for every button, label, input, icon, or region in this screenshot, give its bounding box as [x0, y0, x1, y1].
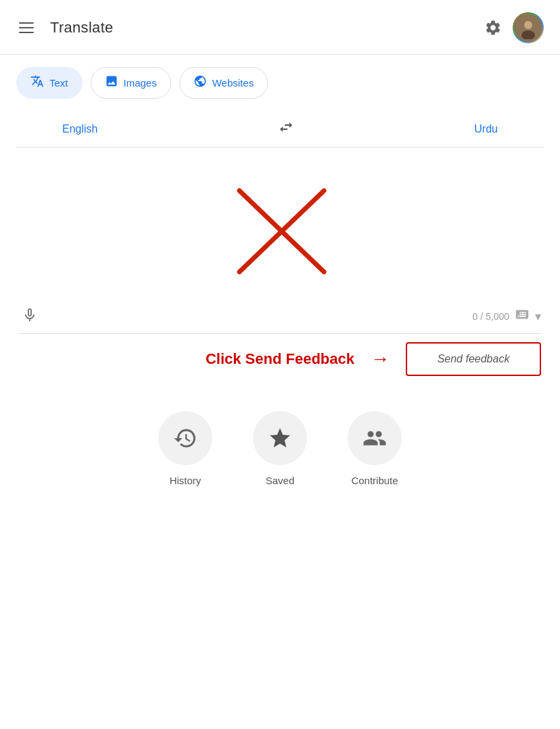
history-item[interactable]: History	[158, 411, 212, 486]
tabs-row: Text Images Websites	[0, 55, 560, 111]
keyboard-icon[interactable]	[515, 307, 530, 325]
svg-point-0	[524, 21, 532, 29]
app-header: Translate	[0, 0, 560, 54]
tab-images-label: Images	[124, 77, 157, 89]
target-language-button[interactable]: Urdu	[469, 120, 503, 138]
history-label: History	[170, 475, 202, 486]
input-area	[0, 147, 560, 299]
tab-websites-label: Websites	[212, 77, 254, 89]
header-left: Translate	[16, 19, 114, 37]
send-feedback-button[interactable]: Send feedback	[406, 342, 541, 376]
saved-circle	[253, 411, 307, 465]
tab-text[interactable]: Text	[16, 67, 83, 99]
history-circle	[158, 411, 212, 465]
mic-button[interactable]	[19, 304, 41, 328]
contribute-label: Contribute	[351, 475, 398, 486]
bottom-nav: History Saved Contribute	[0, 384, 560, 502]
swap-languages-button[interactable]	[278, 119, 294, 139]
source-language-button[interactable]: English	[57, 120, 103, 138]
header-right	[484, 12, 544, 43]
images-tab-icon	[105, 74, 118, 91]
saved-item[interactable]: Saved	[253, 411, 307, 486]
language-bar: English Urdu	[16, 111, 544, 147]
websites-tab-icon	[193, 74, 207, 91]
avatar-image	[514, 14, 542, 42]
tab-websites[interactable]: Websites	[179, 67, 268, 99]
chevron-down-icon[interactable]: ▾	[535, 309, 541, 324]
avatar[interactable]	[513, 12, 544, 43]
hamburger-menu[interactable]	[16, 20, 37, 36]
click-feedback-instruction: Click Send Feedback	[206, 350, 354, 368]
saved-label: Saved	[266, 475, 295, 486]
app-title: Translate	[50, 19, 114, 37]
char-count: 0 / 5,000	[473, 311, 510, 322]
tab-text-label: Text	[49, 77, 68, 89]
tab-images[interactable]: Images	[91, 67, 171, 99]
arrow-right-icon: →	[371, 348, 390, 370]
input-controls: 0 / 5,000 ▾	[0, 299, 560, 328]
settings-icon[interactable]	[484, 19, 502, 37]
text-tab-icon	[30, 74, 44, 91]
char-counter-row: 0 / 5,000 ▾	[473, 307, 542, 325]
red-x-annotation	[226, 177, 334, 285]
contribute-circle	[348, 411, 402, 465]
svg-point-1	[521, 30, 535, 39]
contribute-item[interactable]: Contribute	[348, 411, 402, 486]
feedback-row: Click Send Feedback → Send feedback	[0, 334, 560, 384]
